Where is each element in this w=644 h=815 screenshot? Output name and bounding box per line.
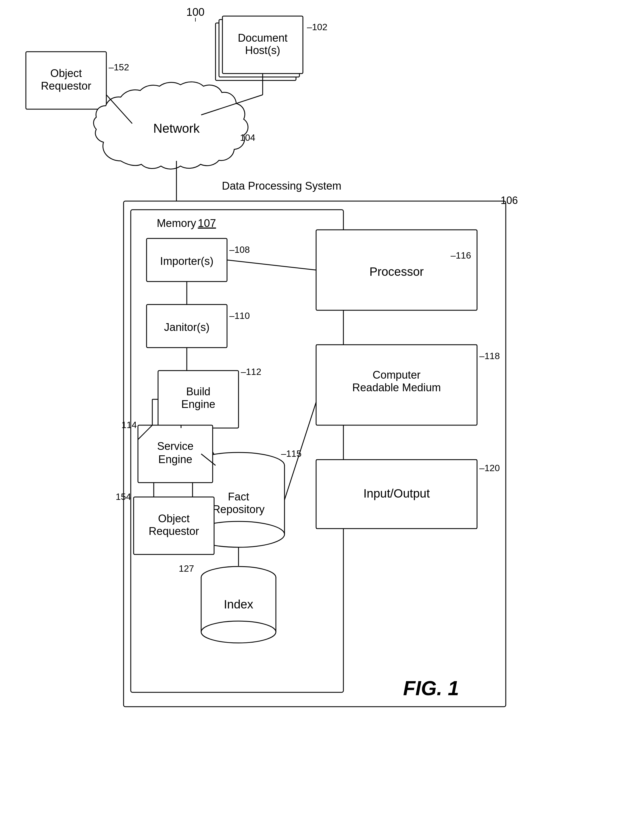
fact-repo-label: Fact (228, 491, 249, 503)
document-hosts-label2: Host(s) (245, 44, 280, 56)
io-label: Input/Output (363, 487, 429, 500)
memory-label: Memory (156, 217, 196, 229)
network-label: Network (153, 121, 200, 135)
ref-112: –112 (241, 366, 261, 377)
build-engine-label: Build (186, 386, 211, 398)
build-engine-label2: Engine (181, 398, 215, 410)
ref-152: –152 (109, 62, 129, 72)
object-requestor-bottom-label: Object (158, 513, 190, 525)
document-hosts-label: Document (238, 32, 288, 44)
ref-118: –118 (479, 351, 500, 361)
network-cloud: Network (94, 82, 248, 169)
index-label: Index (224, 597, 253, 611)
service-engine-label2: Engine (158, 453, 192, 466)
object-requestor-bottom-label2: Requestor (149, 525, 199, 537)
ref-154: 154 (116, 492, 131, 502)
ref-114: 114 (121, 420, 137, 430)
ref-108: –108 (229, 245, 250, 255)
janitors-label: Janitor(s) (164, 321, 210, 333)
ref-106: 106 (501, 195, 518, 206)
fig-label: FIG. 1 (403, 677, 459, 700)
service-engine-label: Service (157, 440, 194, 452)
object-requestor-top-label2: Requestor (41, 80, 91, 92)
diagram-container: 100 Document Host(s) –102 Object Request… (0, 0, 644, 815)
ref-102: –102 (307, 22, 327, 32)
svg-point-37 (201, 621, 276, 643)
importers-label: Importer(s) (160, 255, 213, 267)
processor-label: Processor (369, 265, 423, 278)
crm-label: Computer (373, 369, 421, 381)
ref-116: –116 (451, 250, 471, 260)
memory-ref: 107 (198, 217, 216, 229)
crm-label2: Readable Medium (352, 381, 441, 394)
ref-127: 127 (179, 563, 194, 574)
ref-120: –120 (479, 463, 500, 473)
fact-repo-label2: Repository (212, 503, 265, 515)
dps-label: Data Processing System (222, 180, 341, 192)
ref-110: –110 (229, 311, 250, 321)
ref-104: 104 (240, 132, 255, 143)
object-requestor-top-label: Object (50, 67, 82, 79)
system-ref: 100 (186, 6, 204, 18)
